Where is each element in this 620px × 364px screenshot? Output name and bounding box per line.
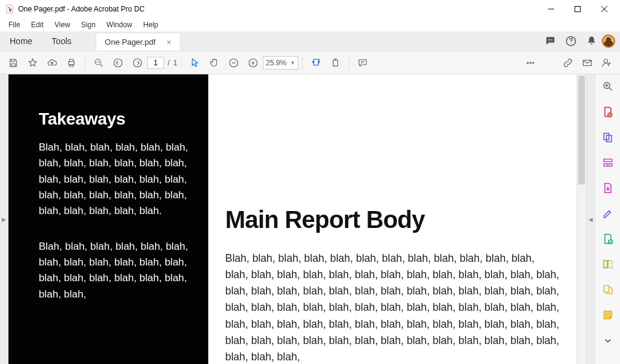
vertical-scrollbar[interactable]: [576, 74, 586, 364]
right-collapse-rail[interactable]: ◀: [586, 74, 595, 364]
svg-point-2: [550, 39, 551, 41]
svg-rect-24: [604, 164, 607, 166]
svg-rect-25: [608, 164, 612, 166]
svg-point-15: [530, 62, 531, 63]
zoom-out-icon[interactable]: [89, 53, 108, 73]
svg-point-1: [549, 39, 550, 41]
sidebar-para-1: Blah, blah, blah, blah, blah, blah, blah…: [39, 140, 194, 219]
print-icon[interactable]: [62, 53, 81, 73]
svg-rect-6: [69, 61, 74, 64]
svg-rect-13: [333, 60, 338, 66]
window-title: One Pager.pdf - Adobe Acrobat Pro DC: [18, 5, 145, 13]
sidebar-heading: Takeaways: [39, 109, 194, 129]
create-pdf-icon[interactable]: [601, 106, 615, 118]
svg-rect-28: [608, 261, 612, 268]
user-avatar[interactable]: [602, 34, 615, 48]
chevron-down-icon[interactable]: [601, 334, 615, 346]
save-icon[interactable]: [4, 53, 23, 73]
zoom-dropdown[interactable]: 25.9% ▼: [263, 56, 298, 70]
acrobat-icon: [5, 4, 15, 14]
svg-rect-23: [604, 159, 612, 161]
fit-page-icon[interactable]: [326, 53, 345, 73]
svg-point-16: [532, 62, 533, 63]
compare-icon[interactable]: [601, 258, 615, 270]
zoom-value: 25.9%: [266, 59, 286, 67]
page-total: 1: [173, 59, 177, 67]
close-button[interactable]: [591, 0, 618, 18]
fill-sign-icon[interactable]: [601, 207, 615, 219]
page-current-input[interactable]: [147, 57, 164, 69]
pan-icon[interactable]: [205, 53, 224, 73]
tab-close-icon[interactable]: ×: [167, 38, 171, 47]
svg-rect-27: [604, 261, 607, 268]
menu-window[interactable]: Window: [102, 19, 137, 30]
menu-file[interactable]: File: [4, 19, 25, 30]
export-pdf-icon[interactable]: [601, 182, 615, 194]
doc-main: Main Report Body Blah, blah, blah, blah,…: [208, 74, 576, 364]
organize-icon[interactable]: [601, 284, 615, 296]
right-tool-panel: [595, 74, 620, 364]
next-page-icon[interactable]: [128, 53, 147, 73]
cursor-icon[interactable]: [185, 53, 205, 73]
doc-sidebar: Takeaways Blah, blah, blah, blah, blah, …: [8, 74, 208, 364]
sidebar-para-2: Blah, blah, blah, blah, blah, blah, blah…: [39, 239, 194, 302]
comments-icon[interactable]: [540, 31, 561, 51]
search-plus-icon[interactable]: [601, 80, 615, 93]
menu-sign[interactable]: Sign: [76, 19, 101, 30]
cloud-upload-icon[interactable]: [42, 53, 62, 73]
edit-pdf-icon[interactable]: [601, 157, 615, 169]
svg-point-5: [570, 43, 571, 44]
menu-edit[interactable]: Edit: [26, 19, 48, 30]
main-tabs: Home Tools One Pager.pdf ×: [0, 31, 620, 51]
svg-rect-12: [314, 59, 318, 65]
maximize-button[interactable]: [564, 0, 591, 18]
combine-icon[interactable]: [601, 131, 615, 143]
main-para: Blah, blah, blah, blah, blah, blah, blah…: [225, 250, 559, 364]
title-bar: One Pager.pdf - Adobe Acrobat Pro DC: [0, 0, 620, 18]
menu-view[interactable]: View: [50, 19, 75, 30]
help-icon[interactable]: [561, 31, 581, 51]
sticky-note-icon[interactable]: [601, 309, 615, 321]
minimize-button[interactable]: [538, 0, 564, 18]
chevron-down-icon: ▼: [290, 60, 295, 66]
link-icon[interactable]: [558, 53, 578, 73]
toolbar: / 1 25.9% ▼: [0, 51, 620, 74]
star-icon[interactable]: [23, 53, 42, 73]
tab-tools[interactable]: Tools: [42, 31, 81, 51]
add-person-icon[interactable]: [597, 53, 616, 73]
tab-home[interactable]: Home: [0, 31, 42, 51]
bell-icon[interactable]: [581, 31, 602, 51]
svg-rect-29: [604, 285, 608, 292]
comment-icon[interactable]: [353, 53, 372, 73]
left-nav-rail[interactable]: ▶: [0, 74, 8, 364]
scrollbar-thumb[interactable]: [578, 76, 585, 184]
zoom-plus-icon[interactable]: [243, 53, 263, 73]
content-area: ▶ Takeaways Blah, blah, blah, blah, blah…: [0, 74, 620, 364]
zoom-minus-icon[interactable]: [224, 53, 243, 73]
fit-width-icon[interactable]: [306, 53, 326, 73]
mail-icon[interactable]: [578, 53, 597, 73]
tab-document-label: One Pager.pdf: [105, 37, 156, 47]
svg-point-18: [604, 59, 608, 63]
tab-document[interactable]: One Pager.pdf ×: [96, 33, 180, 51]
protect-icon[interactable]: [601, 233, 615, 245]
svg-point-9: [133, 59, 142, 67]
menu-bar: File Edit View Sign Window Help: [0, 18, 620, 31]
svg-rect-17: [583, 60, 592, 65]
svg-point-14: [527, 62, 528, 63]
prev-page-icon[interactable]: [108, 53, 128, 73]
svg-point-3: [552, 39, 553, 41]
svg-rect-0: [575, 7, 581, 12]
page-indicator: / 1: [147, 57, 177, 69]
svg-point-8: [114, 59, 122, 67]
menu-help[interactable]: Help: [139, 19, 163, 30]
more-icon[interactable]: [521, 53, 540, 73]
page-sep: /: [168, 59, 170, 67]
main-heading: Main Report Body: [225, 206, 559, 233]
document-view[interactable]: Takeaways Blah, blah, blah, blah, blah, …: [8, 74, 576, 364]
